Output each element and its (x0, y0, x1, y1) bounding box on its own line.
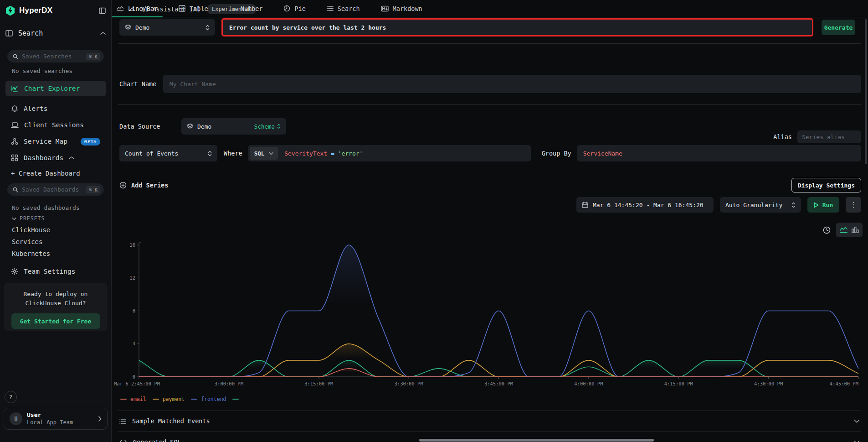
user-menu[interactable]: U User Local App Team (4, 408, 108, 430)
tab-table[interactable]: Table (174, 0, 213, 17)
sidebar-item-team-settings[interactable]: Team Settings (5, 264, 106, 279)
svg-text:3:15:00 PM: 3:15:00 PM (304, 381, 333, 386)
generate-button[interactable]: Generate (822, 20, 855, 35)
sidebar-item-alerts[interactable]: Alerts (5, 101, 106, 116)
alias-input[interactable] (797, 130, 861, 143)
ai-prompt-input[interactable] (223, 20, 812, 35)
line-chart-toggle-icon[interactable] (839, 226, 848, 234)
saved-dashboards-input[interactable]: Saved Dashboards ⌘ K (7, 183, 104, 196)
chevron-down-icon[interactable] (854, 419, 860, 423)
markdown-icon (381, 5, 389, 12)
svg-text:12: 12 (129, 275, 135, 281)
chart-explorer-icon (11, 85, 19, 93)
horizontal-scrollbar[interactable] (419, 439, 654, 442)
sidebar-item-client-sessions[interactable]: Client Sessions (5, 117, 106, 133)
sidebar-item-label: Team Settings (24, 268, 76, 275)
help-button[interactable]: ? (5, 391, 17, 403)
chevron-updown-icon (277, 124, 281, 129)
sidebar-item-chart-explorer[interactable]: Chart Explorer (5, 81, 106, 96)
run-button[interactable]: Run (807, 197, 839, 213)
tab-line-bar[interactable]: Line/Bar (112, 0, 163, 17)
search-icon (13, 187, 18, 192)
tab-markdown[interactable]: Markdown (376, 0, 427, 17)
aggregation-select[interactable]: Count of Events (119, 145, 217, 161)
no-saved-dashboards-text: No saved dashboards (12, 204, 106, 211)
more-options-button[interactable]: ⋮ (846, 197, 861, 213)
ai-prompt-highlight (221, 18, 813, 36)
chart-display-toggle (836, 223, 863, 237)
user-team: Local App Team (27, 419, 73, 426)
sidebar-item-service-map[interactable]: Service Map BETA (5, 134, 106, 149)
tab-pie[interactable]: Pie (278, 0, 310, 17)
layers-icon (125, 24, 131, 31)
svg-text:3:30:00 PM: 3:30:00 PM (395, 381, 423, 386)
chevron-down-icon (12, 217, 16, 220)
chevron-down-icon[interactable] (854, 440, 860, 442)
shortcut-badge: ⌘ K (86, 186, 100, 193)
bar-chart-toggle-icon[interactable] (851, 226, 859, 234)
svg-text:4: 4 (133, 341, 135, 346)
ai-source-select[interactable]: Demo (119, 19, 215, 36)
dashboards-icon (11, 154, 18, 161)
chevron-down-icon (269, 152, 273, 155)
collapse-sidebar-icon[interactable] (99, 7, 106, 14)
preset-services[interactable]: Services (5, 238, 106, 245)
table-icon (179, 5, 185, 12)
language-select[interactable]: SQL (250, 147, 278, 160)
preset-clickhouse[interactable]: ClickHouse (5, 226, 106, 234)
legend-item[interactable]: payment (153, 396, 185, 402)
svg-text:3:00:00 PM: 3:00:00 PM (215, 381, 243, 386)
create-dashboard-button[interactable]: + Create Dashboard (11, 170, 106, 177)
date-range-input[interactable]: Mar 6 14:45:20 - Mar 6 16:45:20 (576, 197, 714, 213)
chart-name-input[interactable] (163, 75, 861, 93)
chevron-up-icon[interactable] (100, 31, 106, 35)
where-input[interactable]: SQL SeverityText = 'error' (248, 145, 531, 161)
legend-item[interactable]: email (120, 396, 146, 402)
add-series-button[interactable]: Add Series (119, 182, 168, 189)
group-by-input[interactable]: ServiceName (577, 145, 861, 161)
sidebar-section-search[interactable]: Search (5, 29, 106, 37)
presets-header[interactable]: PRESETS (5, 215, 106, 222)
sidebar-item-label: Client Sessions (24, 121, 84, 129)
chevron-updown-icon (791, 202, 796, 208)
clickhouse-cloud-promo: Ready to deploy on ClickHouse Cloud? Get… (4, 283, 108, 331)
divider-line (119, 137, 768, 137)
sidebar-item-dashboards[interactable]: Dashboards (5, 150, 106, 166)
sample-matched-events-section[interactable]: Sample Matched Events (118, 411, 861, 431)
time-format-toggle-icon[interactable] (823, 226, 831, 234)
saved-searches-placeholder: Saved Searches (22, 53, 82, 60)
play-icon (814, 202, 819, 208)
saved-searches-input[interactable]: Saved Searches ⌘ K (7, 50, 104, 62)
legend-item[interactable]: frontend (191, 396, 226, 402)
number-123-icon: 123 (229, 5, 236, 12)
svg-text:8: 8 (133, 308, 135, 313)
display-settings-button[interactable]: Display Settings (791, 178, 861, 192)
vertical-scrollbar[interactable] (865, 19, 867, 164)
where-value-token: 'error' (338, 150, 363, 157)
schema-link[interactable]: Schema (254, 123, 281, 130)
chevron-updown-icon (205, 25, 210, 31)
line-chart-icon (117, 5, 124, 12)
code-icon (119, 439, 127, 442)
main-panel: AI Assistant [A] Experimental Demo Gener… (112, 0, 868, 442)
calendar-icon (582, 202, 588, 208)
pie-chart-icon (283, 5, 290, 12)
legend-item[interactable] (232, 399, 242, 400)
gear-icon (11, 268, 18, 275)
granularity-select[interactable]: Auto Granularity (720, 197, 801, 213)
svg-text:4:30:00 PM: 4:30:00 PM (754, 381, 783, 386)
preset-kubernetes[interactable]: Kubernetes (5, 250, 106, 257)
list-icon (327, 5, 334, 11)
chart-type-tabs: Line/Bar Table 123 Number Pie Search Mar… (112, 0, 868, 17)
line-chart[interactable]: 0481216Mar 6 2:45:00 PM3:00:00 PM3:15:00… (112, 237, 868, 395)
chevron-up-icon[interactable] (69, 156, 74, 160)
tab-number[interactable]: 123 Number (224, 0, 268, 17)
get-started-button[interactable]: Get Started for Free (11, 313, 100, 329)
chart-name-label: Chart Name (119, 80, 163, 88)
promo-text: Ready to deploy on ClickHouse Cloud? (10, 290, 101, 308)
sidebar-item-label: Chart Explorer (24, 85, 80, 92)
tab-search[interactable]: Search (322, 0, 365, 17)
hyperdx-logo-icon (5, 5, 15, 16)
sidebar-item-label: Alerts (24, 105, 47, 112)
search-section-label: Search (18, 29, 43, 37)
